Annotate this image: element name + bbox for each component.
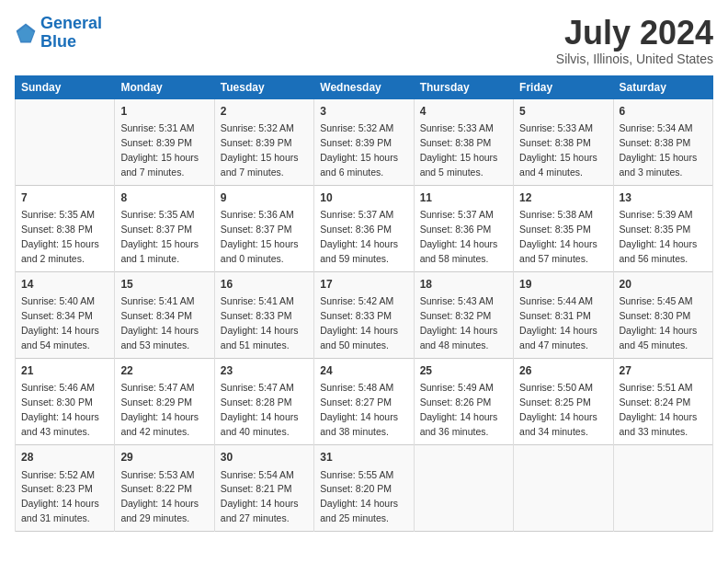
day-number: 29	[120, 450, 208, 465]
day-number: 13	[620, 190, 707, 206]
day-number: 21	[21, 363, 108, 379]
calendar-cell: 17Sunrise: 5:42 AM Sunset: 8:33 PM Dayli…	[314, 271, 414, 358]
calendar-cell: 15Sunrise: 5:41 AM Sunset: 8:34 PM Dayli…	[115, 271, 214, 358]
day-number: 19	[519, 277, 607, 293]
calendar-cell: 7Sunrise: 5:35 AM Sunset: 8:38 PM Daylig…	[16, 185, 115, 271]
calendar-cell: 31Sunrise: 5:55 AM Sunset: 8:20 PM Dayli…	[314, 445, 414, 532]
calendar-cell: 3Sunrise: 5:32 AM Sunset: 8:39 PM Daylig…	[314, 98, 414, 185]
calendar-cell: 30Sunrise: 5:54 AM Sunset: 8:21 PM Dayli…	[214, 445, 313, 532]
logo-line2: Blue	[40, 32, 76, 51]
calendar-cell: 1Sunrise: 5:31 AM Sunset: 8:39 PM Daylig…	[115, 98, 214, 185]
calendar-cell: 12Sunrise: 5:38 AM Sunset: 8:35 PM Dayli…	[514, 185, 613, 271]
calendar-body: 1Sunrise: 5:31 AM Sunset: 8:39 PM Daylig…	[16, 98, 713, 532]
day-number: 6	[620, 104, 707, 120]
title-block: July 2024 Silvis, Illinois, United State…	[556, 15, 713, 66]
cell-info: Sunrise: 5:49 AM Sunset: 8:26 PM Dayligh…	[420, 382, 498, 437]
day-number: 23	[221, 363, 308, 379]
cell-info: Sunrise: 5:47 AM Sunset: 8:28 PM Dayligh…	[221, 382, 299, 437]
cell-info: Sunrise: 5:32 AM Sunset: 8:39 PM Dayligh…	[320, 122, 398, 178]
calendar-cell: 6Sunrise: 5:34 AM Sunset: 8:38 PM Daylig…	[613, 98, 712, 185]
cell-info: Sunrise: 5:33 AM Sunset: 8:38 PM Dayligh…	[420, 122, 498, 178]
weekday-header-monday: Monday	[115, 75, 214, 98]
cell-info: Sunrise: 5:50 AM Sunset: 8:25 PM Dayligh…	[519, 382, 597, 437]
logo-text: General Blue	[40, 15, 102, 52]
weekday-header-row: SundayMondayTuesdayWednesdayThursdayFrid…	[16, 75, 713, 98]
day-number: 14	[21, 277, 108, 293]
cell-info: Sunrise: 5:47 AM Sunset: 8:29 PM Dayligh…	[120, 382, 199, 437]
month-title: July 2024	[556, 15, 713, 52]
calendar-cell: 4Sunrise: 5:33 AM Sunset: 8:38 PM Daylig…	[414, 98, 513, 185]
calendar-cell: 22Sunrise: 5:47 AM Sunset: 8:29 PM Dayli…	[115, 359, 214, 445]
calendar-week-row: 21Sunrise: 5:46 AM Sunset: 8:30 PM Dayli…	[16, 359, 713, 445]
day-number: 18	[420, 277, 507, 293]
main-container: General Blue July 2024 Silvis, Illinois,…	[0, 0, 728, 539]
day-number: 26	[519, 363, 607, 379]
day-number: 3	[320, 104, 407, 120]
calendar-cell: 13Sunrise: 5:39 AM Sunset: 8:35 PM Dayli…	[613, 185, 712, 271]
calendar-header: SundayMondayTuesdayWednesdayThursdayFrid…	[16, 75, 713, 98]
calendar-cell: 25Sunrise: 5:49 AM Sunset: 8:26 PM Dayli…	[414, 359, 513, 445]
calendar-cell: 27Sunrise: 5:51 AM Sunset: 8:24 PM Dayli…	[613, 359, 712, 445]
cell-info: Sunrise: 5:45 AM Sunset: 8:30 PM Dayligh…	[620, 295, 698, 350]
calendar-cell: 29Sunrise: 5:53 AM Sunset: 8:22 PM Dayli…	[115, 445, 214, 532]
cell-info: Sunrise: 5:31 AM Sunset: 8:39 PM Dayligh…	[120, 122, 199, 178]
calendar-cell: 20Sunrise: 5:45 AM Sunset: 8:30 PM Dayli…	[613, 271, 712, 358]
cell-info: Sunrise: 5:38 AM Sunset: 8:35 PM Dayligh…	[519, 209, 597, 264]
day-number: 1	[120, 104, 208, 120]
cell-info: Sunrise: 5:34 AM Sunset: 8:38 PM Dayligh…	[620, 122, 698, 178]
cell-info: Sunrise: 5:32 AM Sunset: 8:39 PM Dayligh…	[221, 122, 299, 178]
calendar-cell: 26Sunrise: 5:50 AM Sunset: 8:25 PM Dayli…	[514, 359, 613, 445]
cell-info: Sunrise: 5:41 AM Sunset: 8:34 PM Dayligh…	[120, 295, 199, 350]
day-number: 9	[221, 190, 308, 206]
calendar-cell: 2Sunrise: 5:32 AM Sunset: 8:39 PM Daylig…	[214, 98, 313, 185]
weekday-header-wednesday: Wednesday	[314, 75, 414, 98]
calendar-week-row: 7Sunrise: 5:35 AM Sunset: 8:38 PM Daylig…	[16, 185, 713, 271]
cell-info: Sunrise: 5:44 AM Sunset: 8:31 PM Dayligh…	[519, 295, 597, 350]
calendar-cell: 24Sunrise: 5:48 AM Sunset: 8:27 PM Dayli…	[314, 359, 414, 445]
day-number: 30	[221, 450, 308, 465]
calendar-cell: 9Sunrise: 5:36 AM Sunset: 8:37 PM Daylig…	[214, 185, 313, 271]
cell-info: Sunrise: 5:53 AM Sunset: 8:22 PM Dayligh…	[120, 469, 199, 524]
day-number: 11	[420, 190, 507, 206]
weekday-header-thursday: Thursday	[414, 75, 513, 98]
cell-info: Sunrise: 5:52 AM Sunset: 8:23 PM Dayligh…	[21, 469, 99, 524]
day-number: 25	[420, 363, 507, 379]
calendar-cell: 8Sunrise: 5:35 AM Sunset: 8:37 PM Daylig…	[115, 185, 214, 271]
cell-info: Sunrise: 5:39 AM Sunset: 8:35 PM Dayligh…	[620, 209, 698, 264]
cell-info: Sunrise: 5:33 AM Sunset: 8:38 PM Dayligh…	[519, 122, 597, 178]
day-number: 10	[320, 190, 407, 206]
day-number: 16	[221, 277, 308, 293]
day-number: 27	[620, 363, 707, 379]
calendar-cell: 19Sunrise: 5:44 AM Sunset: 8:31 PM Dayli…	[514, 271, 613, 358]
calendar-cell	[16, 98, 115, 185]
calendar-week-row: 1Sunrise: 5:31 AM Sunset: 8:39 PM Daylig…	[16, 98, 713, 185]
day-number: 17	[320, 277, 407, 293]
calendar-week-row: 14Sunrise: 5:40 AM Sunset: 8:34 PM Dayli…	[16, 271, 713, 358]
location: Silvis, Illinois, United States	[556, 52, 713, 66]
calendar-cell: 21Sunrise: 5:46 AM Sunset: 8:30 PM Dayli…	[16, 359, 115, 445]
cell-info: Sunrise: 5:40 AM Sunset: 8:34 PM Dayligh…	[21, 295, 99, 350]
cell-info: Sunrise: 5:46 AM Sunset: 8:30 PM Dayligh…	[21, 382, 99, 437]
calendar-cell: 10Sunrise: 5:37 AM Sunset: 8:36 PM Dayli…	[314, 185, 414, 271]
calendar-week-row: 28Sunrise: 5:52 AM Sunset: 8:23 PM Dayli…	[16, 445, 713, 532]
day-number: 12	[519, 190, 607, 206]
calendar-cell: 23Sunrise: 5:47 AM Sunset: 8:28 PM Dayli…	[214, 359, 313, 445]
logo-line1: General	[40, 14, 102, 32]
weekday-header-sunday: Sunday	[16, 75, 115, 98]
weekday-header-friday: Friday	[514, 75, 613, 98]
cell-info: Sunrise: 5:42 AM Sunset: 8:33 PM Dayligh…	[320, 295, 398, 350]
calendar-cell: 11Sunrise: 5:37 AM Sunset: 8:36 PM Dayli…	[414, 185, 513, 271]
cell-info: Sunrise: 5:41 AM Sunset: 8:33 PM Dayligh…	[221, 295, 299, 350]
calendar-table: SundayMondayTuesdayWednesdayThursdayFrid…	[15, 75, 713, 533]
cell-info: Sunrise: 5:35 AM Sunset: 8:37 PM Dayligh…	[120, 209, 199, 264]
day-number: 28	[21, 450, 108, 465]
logo: General Blue	[15, 15, 102, 52]
calendar-cell	[514, 445, 613, 532]
logo-icon	[15, 22, 37, 44]
cell-info: Sunrise: 5:36 AM Sunset: 8:37 PM Dayligh…	[221, 209, 299, 264]
weekday-header-tuesday: Tuesday	[214, 75, 313, 98]
calendar-cell	[414, 445, 513, 532]
day-number: 2	[221, 104, 308, 120]
calendar-cell: 14Sunrise: 5:40 AM Sunset: 8:34 PM Dayli…	[16, 271, 115, 358]
cell-info: Sunrise: 5:55 AM Sunset: 8:20 PM Dayligh…	[320, 469, 398, 524]
